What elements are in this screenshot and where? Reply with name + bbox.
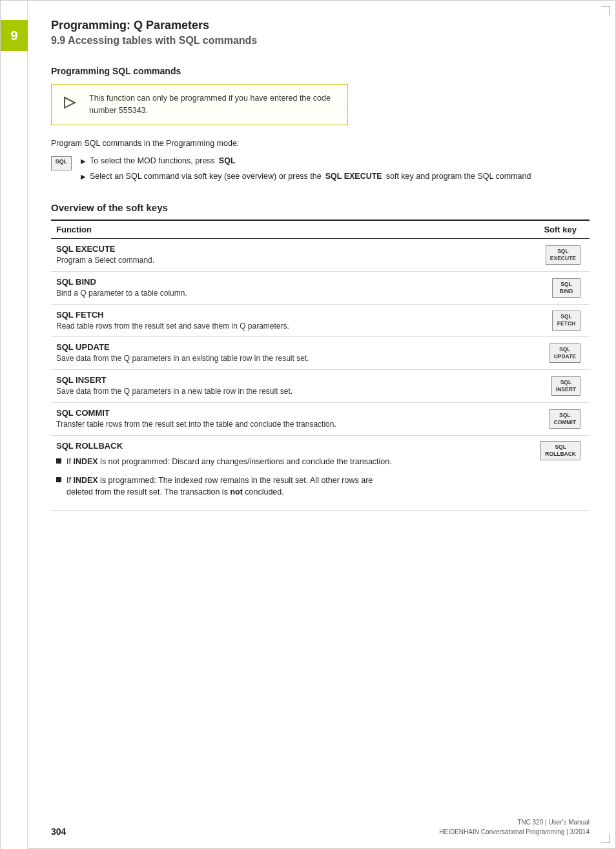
prog-bullet-2: Select an SQL command via soft key (see … [81,170,531,183]
func-desc: Save data from the Q parameters in a new… [56,386,396,397]
key-cell: SQLCOMMIT [401,402,590,435]
rollback-text-1: If INDEX is not programmed: Discard any … [67,456,392,468]
chapter-heading: Programming: Q Parameters [51,19,590,32]
key-cell: SQLUPDATE [401,337,590,370]
rollback-bullets: If INDEX is not programmed: Discard any … [56,456,396,498]
rollback-section: If INDEX is not programmed: Discard any … [56,456,396,498]
notice-arrow-icon [62,94,80,114]
prog-mode-section: Program SQL commands in the Programming … [51,137,590,187]
func-cell: SQL BIND Bind a Q parameter to a table c… [51,271,401,304]
col-header-function: Function [51,220,401,239]
chapter-number-block: 9 [1,20,28,51]
sql-key-button: SQL [51,156,72,170]
prog-intro-text: Program SQL commands in the Programming … [51,137,590,150]
sql-rollback-btn: SQLROLLBACK [540,441,580,460]
table-row: SQL INSERT Save data from the Q paramete… [51,370,590,403]
table-row: SQL FETCH Read table rows from the resul… [51,304,590,337]
section-heading: 9.9 Accessing tables with SQL commands [51,35,590,46]
func-cell: SQL FETCH Read table rows from the resul… [51,304,401,337]
notice-box: This function can only be programmed if … [51,84,348,125]
table-row: SQL EXECUTE Program a Select command. SQ… [51,239,590,272]
func-cell: SQL COMMIT Transfer table rows from the … [51,402,401,435]
func-desc: Save data from the Q parameters in an ex… [56,353,396,364]
col-header-softkey: Soft key [401,220,590,239]
func-cell: SQL EXECUTE Program a Select command. [51,239,401,272]
rollback-text-2: If INDEX is programmed: The indexed row … [67,475,396,499]
sql-execute-btn: SQLEXECUTE [546,245,580,265]
sql-key-label: SQL [51,156,72,170]
table-row: SQL COMMIT Transfer table rows from the … [51,402,590,435]
table-row: SQL BIND Bind a Q parameter to a table c… [51,271,590,304]
func-desc: Bind a Q parameter to a table column. [56,288,396,299]
notice-text: This function can only be programmed if … [89,92,337,117]
rollback-bullet-1: If INDEX is not programmed: Discard any … [56,456,396,468]
sql-update-btn: SQLUPDATE [549,343,580,363]
page-number: 304 [51,826,66,837]
func-name: SQL COMMIT [56,408,396,418]
prog-bullets-list: To select the MOD functions, press SQL S… [81,155,531,187]
table-row: SQL ROLLBACK If INDEX is not programmed:… [51,435,590,510]
chapter-number: 9 [10,28,17,43]
func-desc: Transfer table rows from the result set … [56,419,396,430]
soft-key-table: Function Soft key SQL EXECUTE Program a … [51,220,590,511]
footer-line2: HEIDENHAIN Conversational Programming | … [439,827,590,837]
corner-mark-tr [601,6,610,15]
page-wrapper: 9 Programming: Q Parameters 9.9 Accessin… [0,0,616,849]
overview-title: Overview of the soft keys [51,202,590,213]
sql-bind-btn: SQLBIND [552,278,580,298]
key-cell: SQLEXECUTE [401,239,590,272]
table-row: SQL UPDATE Save data from the Q paramete… [51,337,590,370]
key-cell: SQLROLLBACK [401,435,590,510]
func-name: SQL ROLLBACK [56,441,396,451]
rollback-bullet-2: If INDEX is programmed: The indexed row … [56,475,396,499]
func-cell: SQL UPDATE Save data from the Q paramete… [51,337,401,370]
prog-mode-row: SQL To select the MOD functions, press S… [51,155,590,187]
prog-bullet-1: To select the MOD functions, press SQL [81,155,531,167]
footer-line1: TNC 320 | User's Manual [439,817,590,827]
key-cell: SQLBIND [401,271,590,304]
func-cell: SQL ROLLBACK If INDEX is not programmed:… [51,435,401,510]
svg-marker-0 [65,97,75,108]
func-name: SQL EXECUTE [56,244,396,254]
key-cell: SQLINSERT [401,370,590,403]
func-desc: Read table rows from the result set and … [56,321,396,332]
page-footer: 304 TNC 320 | User's Manual HEIDENHAIN C… [28,817,615,837]
bullet-icon [56,458,61,464]
footer-info: TNC 320 | User's Manual HEIDENHAIN Conve… [439,817,590,837]
func-cell: SQL INSERT Save data from the Q paramete… [51,370,401,403]
main-content: Programming: Q Parameters 9.9 Accessing … [28,1,615,561]
chapter-tab: 9 [1,1,28,849]
func-name: SQL UPDATE [56,342,396,352]
page-header: Programming: Q Parameters 9.9 Accessing … [51,19,590,46]
key-cell: SQLFETCH [401,304,590,337]
func-name: SQL BIND [56,277,396,287]
func-name: SQL FETCH [56,310,396,320]
sql-commit-btn: SQLCOMMIT [549,409,580,429]
func-desc: Program a Select command. [56,255,396,266]
func-name: SQL INSERT [56,375,396,385]
section-title: Programming SQL commands [51,66,590,76]
sql-fetch-btn: SQLFETCH [552,311,580,330]
sql-insert-btn: SQLINSERT [551,376,580,396]
bullet-icon [56,477,61,482]
